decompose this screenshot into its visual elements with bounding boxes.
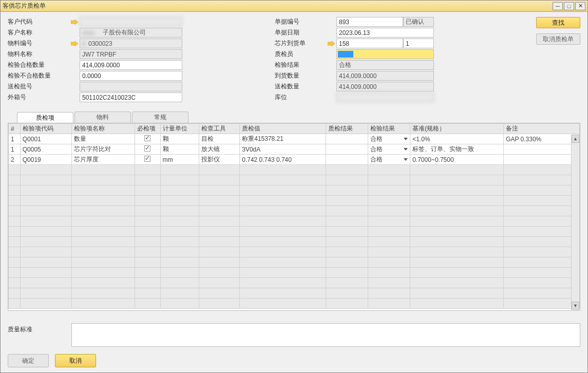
doc-date-field[interactable]: 2023.06.13 [336, 28, 434, 38]
table-row [9, 278, 580, 288]
label-doc-no: 单据编号 [275, 17, 326, 26]
table-row [9, 247, 580, 257]
ok-button[interactable]: 确定 [8, 354, 49, 367]
table-row [9, 185, 580, 196]
svg-marker-2 [328, 41, 335, 46]
table-row [9, 175, 580, 185]
table-row [9, 227, 580, 237]
col-remark[interactable]: 备注 [504, 124, 580, 134]
col-unit[interactable]: 计量单位 [160, 124, 199, 134]
minimize-button[interactable]: ─ [553, 2, 563, 10]
table-row [9, 288, 580, 299]
carton-no-field[interactable]: 501102C2410023C [80, 92, 182, 102]
maximize-button[interactable]: □ [564, 2, 574, 10]
arrow-icon[interactable] [71, 20, 78, 25]
label-material-code: 物料编号 [8, 39, 69, 48]
table-row [9, 237, 580, 247]
col-tool[interactable]: 检查工具 [199, 124, 240, 134]
scroll-up-icon[interactable]: ▲ [572, 135, 579, 143]
label-batch-no: 送检批号 [8, 82, 69, 91]
table-row [9, 299, 580, 309]
tab-general[interactable]: 常规 [132, 111, 188, 123]
checkbox-icon [144, 145, 150, 152]
col-name[interactable]: 检验项名称 [71, 124, 135, 134]
label-doc-date: 单据日期 [275, 28, 326, 37]
chip-recv-extra[interactable]: 1 [403, 39, 434, 48]
pass-qty-field[interactable]: 414,009.0000 [80, 60, 182, 70]
col-code[interactable]: 检验项代码 [20, 124, 71, 134]
label-send-qty: 送检数量 [275, 82, 326, 91]
col-required[interactable]: 必检项 [135, 124, 160, 134]
result-field: 合格 [336, 60, 434, 70]
label-customer-code: 客户代码 [8, 17, 69, 26]
customer-name-field: xxxx子股份有限公司 [80, 28, 182, 38]
label-inspector: 质检员 [275, 50, 326, 59]
table-row [9, 196, 580, 206]
table-row [9, 216, 580, 227]
batch-no-field [80, 82, 182, 91]
table-row [9, 165, 580, 175]
window-title: 客供芯片质检单 [3, 2, 553, 10]
grid-scrollbar[interactable]: ▲ ▼ [571, 135, 579, 310]
col-std[interactable]: 基准(规格） [410, 124, 504, 134]
checkbox-icon [144, 135, 150, 141]
svg-marker-0 [71, 20, 78, 25]
titlebar: 客供芯片质检单 ─ □ ✕ [1, 1, 587, 12]
chevron-down-icon[interactable] [404, 138, 408, 140]
label-fail-qty: 检验不合格数量 [8, 71, 69, 80]
chevron-down-icon[interactable] [404, 148, 408, 151]
scroll-down-icon[interactable]: ▼ [572, 302, 579, 310]
label-chip-recv: 芯片到货单 [275, 39, 326, 48]
search-button[interactable]: 查找 [536, 17, 580, 28]
cancel-button[interactable]: 取消 [55, 354, 96, 367]
chip-recv-field[interactable]: 158 [336, 39, 403, 48]
table-row [9, 268, 580, 278]
label-pass-qty: 检验合格数量 [8, 61, 69, 69]
table-row [9, 257, 580, 268]
table-row[interactable]: 1Q0005芯片字符比对颗放大镜3V0dA合格标签、订单、实物一致 [9, 144, 580, 155]
label-loc: 库位 [275, 93, 326, 102]
col-value[interactable]: 质检值 [240, 124, 326, 134]
svg-marker-1 [71, 41, 78, 46]
quality-std-field[interactable] [71, 323, 580, 347]
recv-qty-field: 414,009.0000 [336, 71, 434, 81]
label-result: 检验结果 [275, 61, 326, 69]
tab-material[interactable]: 物料 [74, 111, 131, 123]
loc-field [336, 92, 434, 102]
label-carton-no: 外箱号 [8, 93, 69, 102]
arrow-icon[interactable] [328, 41, 335, 46]
checkbox-icon [144, 156, 150, 162]
doc-status: 已确认 [403, 17, 434, 27]
col-iresult[interactable]: 检验结果 [368, 124, 410, 134]
label-recv-qty: 到货数量 [275, 71, 326, 80]
cancel-doc-button[interactable]: 取消质检单 [536, 33, 580, 45]
material-name-field: JW7 TRPBF [80, 49, 182, 59]
material-code-field[interactable]: 00300023 [80, 39, 182, 48]
table-row[interactable]: 2Q0019芯片厚度mm投影仪0.742 0.743 0.740合格0.7000… [9, 155, 580, 165]
doc-no-field[interactable]: 893 [336, 17, 403, 27]
fail-qty-field[interactable]: 0.0000 [80, 71, 182, 81]
arrow-icon[interactable] [71, 41, 78, 46]
table-row[interactable]: 1Q0001数量颗目检称重415378.21合格<1.0%GAP 0.330% [9, 134, 580, 144]
qc-grid[interactable]: # 检验项代码 检验项名称 必检项 计量单位 检查工具 质检值 质检结果 检验结… [8, 123, 580, 311]
label-material-name: 物料名称 [8, 50, 69, 59]
send-qty-field: 414,009.0000 [336, 82, 434, 91]
label-quality-std: 质量标准 [8, 323, 64, 334]
chevron-down-icon[interactable] [404, 158, 408, 161]
tab-strip: 质检项 物料 常规 [17, 111, 580, 123]
label-customer-name: 客户名称 [8, 28, 69, 37]
col-idx[interactable]: # [9, 124, 21, 134]
col-qresult[interactable]: 质检结果 [326, 124, 368, 134]
table-row [9, 206, 580, 216]
close-button[interactable]: ✕ [575, 2, 585, 10]
tab-qc-items[interactable]: 质检项 [17, 112, 73, 123]
customer-code-field[interactable] [80, 17, 182, 27]
inspector-field[interactable] [336, 49, 434, 59]
